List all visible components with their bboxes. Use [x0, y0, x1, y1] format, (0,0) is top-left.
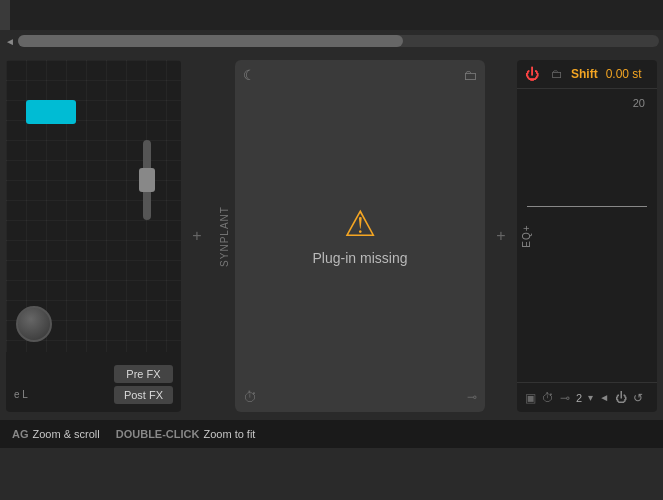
moon-icon: ☾ — [243, 67, 256, 83]
eq-side-label: EQ+ — [521, 224, 532, 247]
knob[interactable] — [16, 306, 52, 342]
main-area: e L Pre FX Post FX + SYNPLANT ☾ 🗀 ⚠ Plug… — [0, 52, 663, 420]
eq-footer-arrow-left[interactable]: ◄ — [599, 392, 609, 403]
eq-body: 20 EQ+ — [517, 88, 657, 382]
post-fx-button[interactable]: Post FX — [114, 386, 173, 404]
scroll-left-icon[interactable]: ◄ — [4, 35, 16, 47]
scrollbar-track[interactable] — [18, 35, 659, 47]
eq-screen-icon[interactable]: ▣ — [525, 391, 536, 405]
channel-letter: e — [14, 389, 20, 400]
eq-number: 20 — [633, 97, 645, 109]
channel-mode: L — [22, 389, 28, 400]
shift-value: 0.00 st — [606, 67, 642, 81]
midi-icon: ⊸ — [467, 390, 477, 404]
eq-line — [527, 206, 647, 207]
eq-panel: ⏻ 🗀 Shift 0.00 st 20 EQ+ ▣ ⏱ ⊸ 2 ▾ ◄ ⏻ ↺ — [517, 60, 657, 412]
clock-icon: ⏱ — [243, 389, 257, 405]
synplant-header: ☾ 🗀 — [235, 60, 485, 90]
channel-label: e L — [14, 389, 28, 400]
fader-handle[interactable] — [139, 168, 155, 192]
status-click: DOUBLE-CLICK Zoom to fit — [116, 428, 256, 440]
eq-clock-icon: ⏱ — [542, 391, 554, 405]
plugin-missing-label: Plug-in missing — [313, 250, 408, 266]
drag-key: AG — [12, 428, 29, 440]
pre-fx-button[interactable]: Pre FX — [114, 365, 173, 383]
right-panel-wrapper: ⏻ 🗀 Shift 0.00 st 20 EQ+ ▣ ⏱ ⊸ 2 ▾ ◄ ⏻ ↺ — [517, 60, 657, 412]
click-key: DOUBLE-CLICK — [116, 428, 200, 440]
shift-label: Shift — [571, 67, 598, 81]
synplant-side-label: SYNPLANT — [219, 206, 230, 267]
warning-icon: ⚠ — [344, 206, 376, 242]
top-bar-accent — [0, 0, 10, 30]
scrollbar-row[interactable]: ◄ — [0, 30, 663, 52]
panel-buttons: Pre FX Post FX — [114, 365, 173, 404]
drag-val: Zoom & scroll — [33, 428, 100, 440]
side-label-container: SYNPLANT — [213, 60, 235, 412]
left-panel: e L Pre FX Post FX — [6, 60, 181, 412]
click-val: Zoom to fit — [203, 428, 255, 440]
synplant-footer: ⏱ ⊸ — [235, 382, 485, 412]
plus-connector-left[interactable]: + — [187, 227, 207, 245]
synplant-wrapper: SYNPLANT ☾ 🗀 ⚠ Plug-in missing ⏱ ⊸ — [213, 60, 485, 412]
eq-footer: ▣ ⏱ ⊸ 2 ▾ ◄ ⏻ ↺ — [517, 382, 657, 412]
synplant-body: ⚠ Plug-in missing — [235, 90, 485, 382]
fader-track — [143, 140, 151, 220]
eq-footer-number: 2 — [576, 392, 582, 404]
eq-footer-power[interactable]: ⏻ — [615, 391, 627, 405]
eq-header: ⏻ 🗀 Shift 0.00 st — [517, 60, 657, 88]
scrollbar-thumb[interactable] — [18, 35, 403, 47]
teal-block — [26, 100, 76, 124]
eq-power-icon[interactable]: ⏻ — [525, 66, 539, 82]
synplant-folder-icon[interactable]: 🗀 — [463, 67, 477, 83]
eq-footer-curve[interactable]: ↺ — [633, 391, 643, 405]
eq-footer-arrow-down[interactable]: ▾ — [588, 392, 593, 403]
eq-folder-icon[interactable]: 🗀 — [551, 67, 563, 81]
plus-connector-right[interactable]: + — [491, 227, 511, 245]
status-drag: AG Zoom & scroll — [12, 428, 100, 440]
status-bar: AG Zoom & scroll DOUBLE-CLICK Zoom to fi… — [0, 420, 663, 448]
top-strip — [0, 0, 663, 30]
top-bar-content — [10, 0, 663, 30]
synplant-panel[interactable]: ☾ 🗀 ⚠ Plug-in missing ⏱ ⊸ — [235, 60, 485, 412]
eq-midi-icon: ⊸ — [560, 391, 570, 405]
